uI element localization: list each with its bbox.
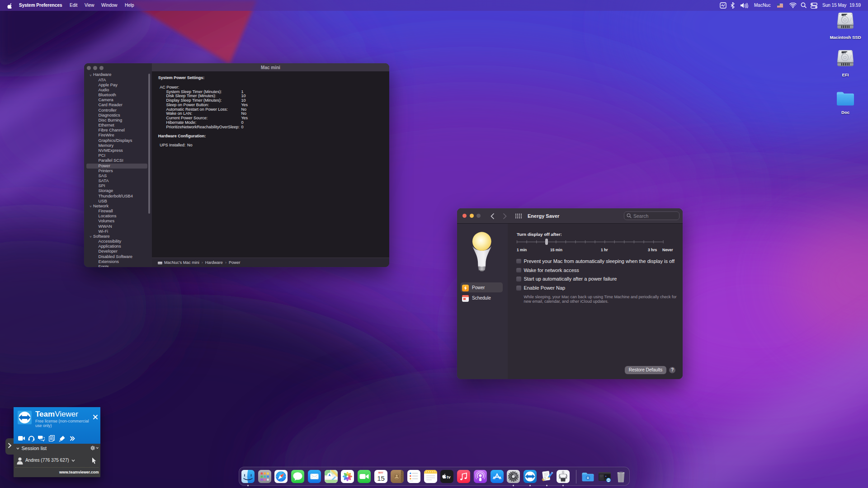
svg-text:MAY: MAY <box>378 471 384 474</box>
svg-text:tv: tv <box>447 474 451 479</box>
svg-text:15: 15 <box>377 474 385 482</box>
